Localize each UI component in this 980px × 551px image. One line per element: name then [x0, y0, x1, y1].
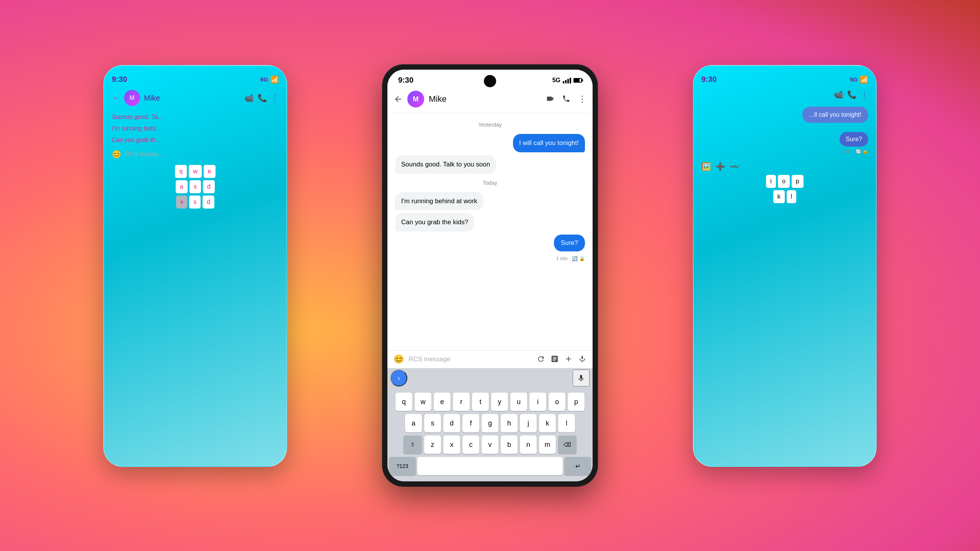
left-key-d[interactable]: d [203, 180, 215, 193]
key-v[interactable]: v [482, 435, 498, 454]
status-time: 9:30 [398, 76, 413, 85]
left-msg-2: I'm running behi... [112, 125, 279, 132]
left-key-q[interactable]: q [175, 165, 187, 178]
messages-area[interactable]: Yesterday I will call you tonight! Sound… [387, 112, 593, 350]
message-bubble-sent-2: Sure? [554, 235, 585, 251]
phone-call-button[interactable] [562, 95, 570, 104]
key-s[interactable]: s [424, 414, 441, 432]
left-key-s2[interactable]: s [189, 196, 201, 209]
right-bubble-1: ...ll call you tonight! [802, 107, 868, 123]
key-h[interactable]: h [501, 414, 518, 432]
more-options-button[interactable]: ⋮ [578, 94, 586, 104]
network-label: 5G [552, 77, 560, 84]
right-key-l[interactable]: l [787, 190, 797, 203]
left-key-d2[interactable]: d [203, 196, 214, 209]
right-wave-icon[interactable]: 〰️ [730, 162, 739, 171]
left-key-e[interactable]: e [204, 165, 216, 178]
key-a[interactable]: a [405, 414, 422, 432]
left-key-a[interactable]: a [176, 180, 188, 193]
key-o[interactable]: o [549, 393, 565, 411]
phone-screen: 9:30 5G [387, 70, 593, 481]
signal-bar-3 [567, 79, 569, 83]
main-phone: 9:30 5G [383, 65, 597, 486]
input-actions [537, 355, 586, 364]
read-icon: 🔄 [572, 256, 578, 261]
key-enter[interactable]: ↵ [564, 457, 591, 475]
key-l[interactable]: l [558, 414, 575, 432]
left-video-icon[interactable]: 📹 [244, 93, 254, 103]
key-k[interactable]: k [539, 414, 556, 432]
keyboard-send-button[interactable]: › [390, 370, 407, 386]
left-key-a2[interactable]: a [176, 196, 188, 209]
right-add-icon[interactable]: ➕ [715, 162, 725, 171]
key-g[interactable]: g [482, 414, 498, 432]
key-space[interactable] [417, 457, 563, 475]
key-numbers[interactable]: ?123 [389, 457, 416, 475]
message-row-sent-2: Sure? [395, 235, 585, 251]
key-q[interactable]: q [395, 393, 412, 411]
app-header: M Mike ⋮ [387, 88, 593, 112]
key-x[interactable]: x [443, 435, 460, 454]
right-key-o[interactable]: o [778, 175, 790, 188]
left-emoji-icon[interactable]: 😊 [112, 150, 121, 159]
left-key-s[interactable]: s [189, 180, 201, 193]
key-r[interactable]: r [453, 393, 470, 411]
key-e[interactable]: e [434, 393, 451, 411]
right-key-p[interactable]: p [792, 175, 804, 188]
contact-name: Mike [429, 94, 541, 104]
left-phone-icon[interactable]: 📞 [258, 93, 267, 103]
key-y[interactable]: y [491, 393, 508, 411]
left-key-w[interactable]: w [189, 165, 202, 178]
key-w[interactable]: w [415, 393, 431, 411]
key-j[interactable]: j [520, 414, 537, 432]
signal-bar-2 [565, 80, 567, 83]
video-call-button[interactable] [546, 95, 554, 104]
emoji-button[interactable]: 😊 [394, 354, 404, 364]
refresh-button[interactable] [537, 355, 545, 364]
message-bubble-received-2: I'm running behind at work [395, 192, 483, 210]
add-button[interactable] [564, 355, 573, 364]
message-row-received-2: I'm running behind at work [395, 192, 585, 210]
right-time: 9:30 [701, 75, 717, 84]
right-image-icon[interactable]: 🖼️ [701, 162, 711, 171]
input-bar: 😊 RCS message [387, 350, 593, 368]
right-more-icon[interactable]: ⋮ [861, 90, 868, 99]
key-i[interactable]: i [529, 393, 546, 411]
voice-button[interactable] [578, 355, 586, 364]
key-p[interactable]: p [568, 393, 585, 411]
key-m[interactable]: m [539, 435, 556, 454]
right-phone-icon[interactable]: 📞 [847, 90, 857, 99]
key-n[interactable]: n [520, 435, 537, 454]
key-shift[interactable]: ⇧ [403, 435, 422, 454]
left-more-icon[interactable]: ⋮ [271, 93, 279, 103]
message-input[interactable]: RCS message [408, 355, 532, 363]
right-meta: 1 min · 🔄 🔒 [701, 149, 868, 154]
key-b[interactable]: b [501, 435, 518, 454]
sticker-button[interactable] [550, 355, 559, 364]
key-u[interactable]: u [510, 393, 527, 411]
right-video-icon[interactable]: 📹 [834, 90, 843, 99]
key-d[interactable]: d [443, 414, 460, 432]
right-bubble-2: Sure? [840, 132, 868, 147]
phone-left: 9:30 5G 📶 ← M Mike 📹 📞 ⋮ Sounds good. Ta… [103, 65, 287, 467]
right-signal-icon: 📶 [860, 75, 868, 84]
key-backspace[interactable]: ⌫ [558, 435, 577, 454]
back-button[interactable] [394, 95, 403, 104]
key-z[interactable]: z [424, 435, 441, 454]
keyboard-row-2: a s d f g h j k l [389, 414, 591, 432]
keyboard-area: q w e r t y u i o p a s d f g h j k [387, 390, 593, 481]
battery-body [573, 78, 582, 83]
key-c[interactable]: c [462, 435, 479, 454]
date-label-today: Today [395, 180, 585, 186]
left-back-arrow[interactable]: ← [112, 93, 120, 103]
keyboard-row-3: ⇧ z x c v b n m ⌫ [389, 435, 591, 454]
right-key-k[interactable]: k [773, 190, 785, 203]
right-key-i[interactable]: i [766, 175, 776, 188]
key-t[interactable]: t [472, 393, 489, 411]
message-bubble-sent-1: I will call you tonight! [513, 134, 585, 152]
left-msg-3: Can you grab th... [112, 137, 279, 143]
keyboard-row-4: ?123 ↵ [389, 457, 591, 475]
keyboard-mic-button[interactable] [573, 370, 590, 386]
message-bubble-received-1: Sounds good. Talk to you soon [395, 155, 496, 174]
key-f[interactable]: f [462, 414, 479, 432]
